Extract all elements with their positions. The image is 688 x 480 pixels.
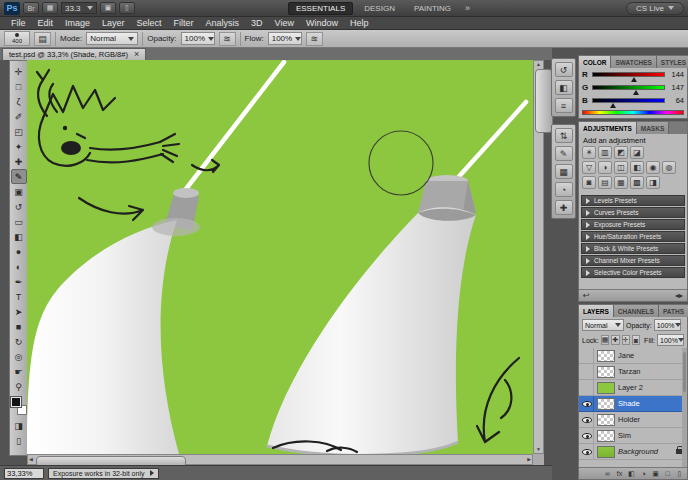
color-spectrum-ramp[interactable]	[582, 110, 684, 115]
layer-thumbnail[interactable]	[597, 446, 615, 458]
document-tab[interactable]: test.psd @ 33,3% (Shade, RGB/8#) ×	[2, 48, 146, 60]
tab-channels[interactable]: CHANNELS	[614, 305, 659, 317]
new-layer-icon[interactable]: □	[663, 470, 672, 477]
gradient-tool[interactable]: ◧	[11, 229, 27, 244]
visibility-toggle[interactable]	[581, 364, 594, 380]
slider-marker-icon[interactable]	[633, 90, 639, 95]
layer-row-sim[interactable]: Sim	[579, 428, 687, 444]
airbrush-toggle-button[interactable]: ≋	[306, 32, 323, 46]
tab-layers[interactable]: LAYERS	[579, 305, 614, 317]
navigator-panel-icon[interactable]: ⇅	[555, 128, 573, 143]
opacity-field[interactable]: 100%	[181, 32, 215, 45]
blur-tool[interactable]: ●	[11, 244, 27, 259]
preset-channel-mixer[interactable]: Channel Mixer Presets	[581, 255, 685, 266]
document-canvas[interactable]: ▲ ▼ ◀ ▶	[27, 60, 544, 465]
curves-icon[interactable]: ◩	[614, 146, 628, 159]
levels-icon[interactable]: ▥	[598, 146, 612, 159]
crop-tool[interactable]: ◰	[11, 124, 27, 139]
tab-adjustments[interactable]: ADJUSTMENTS	[579, 122, 637, 134]
layer-row-tarzan[interactable]: Tarzan	[579, 364, 687, 380]
layer-opacity-field[interactable]: 100%	[654, 319, 681, 331]
invert-icon[interactable]: ◙	[582, 176, 596, 189]
view-extras-icon[interactable]: ▦	[42, 2, 58, 14]
channel-mixer-icon[interactable]: ◍	[662, 161, 676, 174]
pen-tool[interactable]: ✒	[11, 274, 27, 289]
brush-preset-picker[interactable]: 400	[4, 31, 30, 46]
eyedropper-tool[interactable]: ✦	[11, 139, 27, 154]
hand-tool[interactable]: ☛	[11, 364, 27, 379]
brush-tool[interactable]: ✎	[11, 169, 27, 184]
tab-styles[interactable]: STYLES	[657, 56, 688, 68]
tab-color[interactable]: COLOR	[579, 56, 611, 68]
red-slider[interactable]	[592, 72, 665, 77]
layer-row-background[interactable]: Background	[579, 444, 687, 460]
tab-swatches[interactable]: SWATCHES	[611, 56, 656, 68]
toggle-brush-panel-button[interactable]: ▤	[34, 32, 51, 46]
layer-thumbnail[interactable]	[597, 350, 615, 362]
visibility-toggle[interactable]	[581, 412, 594, 428]
gradient-map-icon[interactable]: ▩	[630, 176, 644, 189]
type-tool[interactable]: T	[11, 289, 27, 304]
color-balance-icon[interactable]: ◫	[614, 161, 628, 174]
quick-selection-tool[interactable]: ✐	[11, 109, 27, 124]
brushes-panel-icon[interactable]: ✚	[555, 200, 573, 215]
lasso-tool[interactable]: ζ	[11, 94, 27, 109]
layers-scrollbar[interactable]	[682, 348, 687, 467]
layer-row-holder[interactable]: Holder	[579, 412, 687, 428]
workspace-painting[interactable]: PAINTING	[406, 2, 459, 15]
threshold-icon[interactable]: ▦	[614, 176, 628, 189]
quick-mask-button[interactable]: ◨	[11, 418, 27, 433]
lock-position-icon[interactable]: ✛	[622, 335, 630, 345]
canvas-artwork[interactable]	[27, 60, 533, 454]
workspace-essentials[interactable]: ESSENTIALS	[288, 2, 353, 15]
foreground-color-swatch[interactable]	[11, 397, 21, 407]
exposure-icon[interactable]: ◪	[630, 146, 644, 159]
visibility-toggle[interactable]	[581, 348, 594, 364]
lock-all-icon[interactable]: ◙	[632, 335, 640, 345]
link-layers-icon[interactable]: ∞	[603, 470, 612, 477]
layer-thumbnail[interactable]	[597, 366, 615, 378]
workspace-overflow-button[interactable]: »	[462, 3, 473, 13]
layer-group-icon[interactable]: ▣	[651, 470, 660, 478]
preset-selective-color[interactable]: Selective Color Presets	[581, 267, 685, 278]
blend-mode-dropdown[interactable]: Normal	[86, 32, 138, 45]
horizontal-scrollbar[interactable]: ◀ ▶	[27, 454, 533, 465]
selective-color-icon[interactable]: ◨	[646, 176, 660, 189]
layer-thumbnail[interactable]	[597, 382, 615, 394]
brightness-contrast-icon[interactable]: ☀	[582, 146, 596, 159]
healing-brush-tool[interactable]: ✚	[11, 154, 27, 169]
vertical-scrollbar[interactable]: ▲ ▼	[533, 60, 544, 454]
menu-select[interactable]: Select	[131, 18, 168, 28]
history-brush-tool[interactable]: ↺	[11, 199, 27, 214]
preset-hue-saturation[interactable]: Hue/Saturation Presets	[581, 231, 685, 242]
properties-panel-icon[interactable]: ◧	[555, 80, 573, 95]
menu-window[interactable]: Window	[300, 18, 344, 28]
layer-style-icon[interactable]: fx	[615, 470, 624, 477]
slider-marker-icon[interactable]	[610, 103, 616, 108]
green-value[interactable]: 147	[668, 83, 684, 92]
lock-pixels-icon[interactable]: ✚	[611, 335, 619, 345]
layers-scroll-thumb[interactable]	[683, 352, 686, 392]
red-value[interactable]: 144	[668, 70, 684, 79]
preset-curves[interactable]: Curves Presets	[581, 207, 685, 218]
eraser-tool[interactable]: ▭	[11, 214, 27, 229]
camera-3d-tool[interactable]: ◎	[11, 349, 27, 364]
tab-paths[interactable]: PATHS	[659, 305, 688, 317]
add-layer-mask-icon[interactable]: ◧	[627, 470, 636, 478]
visibility-toggle[interactable]	[581, 380, 594, 396]
menu-3d[interactable]: 3D	[245, 18, 269, 28]
blue-value[interactable]: 64	[668, 96, 684, 105]
bridge-icon[interactable]: Br	[23, 2, 39, 14]
status-flyout-icon[interactable]	[150, 470, 154, 476]
visibility-toggle[interactable]	[581, 428, 594, 444]
clone-stamp-tool[interactable]: ▣	[11, 184, 27, 199]
preset-exposure[interactable]: Exposure Presets	[581, 219, 685, 230]
menu-help[interactable]: Help	[344, 18, 375, 28]
menu-view[interactable]: View	[269, 18, 300, 28]
blue-slider[interactable]	[592, 98, 665, 103]
cs-live-button[interactable]: CS Live	[626, 2, 684, 15]
menu-layer[interactable]: Layer	[96, 18, 131, 28]
menu-image[interactable]: Image	[59, 18, 96, 28]
status-zoom-field[interactable]: 33,33%	[4, 468, 44, 479]
visibility-toggle[interactable]	[581, 396, 594, 412]
